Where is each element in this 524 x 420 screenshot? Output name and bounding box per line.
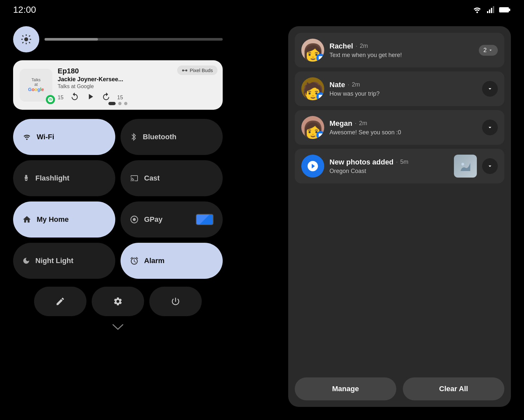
- brightness-icon: [20, 33, 32, 45]
- edit-icon: [55, 296, 65, 306]
- notif-name-nate: Nate: [329, 81, 345, 89]
- svg-rect-2: [489, 10, 490, 13]
- left-panel: Talks at Google Ep180 Jackie Joyner-Kers…: [13, 26, 223, 407]
- forward-button[interactable]: [102, 92, 111, 103]
- alarm-label: Alarm: [144, 257, 164, 265]
- settings-icon: [113, 296, 123, 306]
- svg-rect-8: [500, 8, 508, 12]
- notif-name-megan: Megan: [329, 119, 352, 128]
- message-badge-rachel: [316, 54, 324, 62]
- svg-line-17: [22, 42, 23, 43]
- toggles-grid: Wi-Fi Bluetooth Flashlight Cast: [13, 119, 223, 279]
- wifi-toggle[interactable]: Wi-Fi: [13, 119, 115, 155]
- notif-time-rachel: 2m: [360, 43, 368, 49]
- svg-point-0: [477, 11, 478, 13]
- brightness-row: [13, 26, 223, 52]
- photos-thumbnail: [454, 155, 477, 178]
- media-dot-1: [108, 102, 116, 105]
- avatar-photos: [301, 155, 324, 178]
- svg-point-19: [185, 69, 187, 71]
- notif-text-photos: Oregon Coast: [329, 168, 449, 175]
- clear-all-button[interactable]: Clear All: [403, 377, 504, 400]
- notification-megan[interactable]: Megan · 2m Awesome! See you soon :0: [295, 110, 504, 145]
- notifications-panel: Rachel · 2m Text me when you get here! 2…: [288, 26, 511, 407]
- media-card: Talks at Google Ep180 Jackie Joyner-Kers…: [13, 60, 223, 110]
- brightness-icon-btn[interactable]: [13, 26, 39, 52]
- svg-rect-3: [491, 8, 492, 13]
- forward-label: 15: [117, 95, 123, 101]
- play-button[interactable]: [86, 92, 95, 103]
- notif-time-photos: 5m: [400, 159, 408, 165]
- cast-label: Cast: [144, 174, 160, 182]
- bottom-actions: [13, 287, 223, 316]
- notif-expand-megan[interactable]: [482, 120, 498, 135]
- svg-point-27: [461, 163, 464, 165]
- flashlight-label: Flashlight: [35, 174, 69, 182]
- notif-content-nate: Nate · 2m How was your trip?: [329, 81, 477, 97]
- svg-line-14: [22, 35, 23, 36]
- media-subtitle: Talks at Google: [58, 84, 216, 89]
- avatar-megan: [301, 116, 324, 139]
- notif-count-rachel[interactable]: 2: [479, 45, 498, 56]
- flashlight-toggle[interactable]: Flashlight: [13, 160, 115, 196]
- bluetooth-label: Bluetooth: [143, 133, 177, 141]
- cast-toggle[interactable]: Cast: [121, 160, 223, 196]
- spotify-badge: [46, 95, 55, 104]
- notif-time-nate: 2m: [352, 81, 360, 88]
- power-button[interactable]: [149, 287, 202, 316]
- notification-nate[interactable]: Nate · 2m How was your trip?: [295, 71, 504, 106]
- notif-content-rachel: Rachel · 2m Text me when you get here!: [329, 42, 474, 59]
- settings-button[interactable]: [92, 287, 144, 316]
- svg-rect-23: [25, 175, 27, 177]
- flashlight-icon: [22, 174, 30, 183]
- media-dot-2: [118, 102, 122, 105]
- media-dot-3: [124, 102, 127, 105]
- avatar-rachel: [301, 39, 324, 62]
- chevron-down[interactable]: [13, 323, 223, 333]
- svg-point-18: [182, 69, 184, 71]
- svg-point-26: [133, 218, 136, 221]
- gpay-card: [196, 214, 214, 225]
- notif-name-rachel: Rachel: [329, 42, 353, 50]
- svg-line-16: [29, 35, 30, 36]
- signal-status-icon: [486, 6, 495, 14]
- media-dots: [108, 102, 127, 105]
- notification-photos[interactable]: New photos added · 5m Oregon Coast: [295, 149, 504, 183]
- gpay-icon: [130, 215, 139, 224]
- notif-content-photos: New photos added · 5m Oregon Coast: [329, 158, 449, 175]
- notif-time-megan: 2m: [359, 120, 367, 127]
- pixel-buds-label: Pixel Buds: [190, 67, 213, 73]
- message-badge-nate: [316, 92, 324, 100]
- svg-point-21: [26, 139, 28, 140]
- notif-text-rachel: Text me when you get here!: [329, 52, 474, 59]
- status-time: 12:00: [13, 5, 36, 15]
- notif-content-megan: Megan · 2m Awesome! See you soon :0: [329, 119, 477, 136]
- nightlight-toggle[interactable]: Night Light: [13, 243, 115, 279]
- manage-button[interactable]: Manage: [295, 377, 396, 400]
- svg-line-15: [29, 42, 30, 43]
- rewind-button[interactable]: [70, 92, 79, 103]
- notif-expand-nate[interactable]: [482, 81, 498, 97]
- battery-status-icon: [499, 6, 511, 14]
- alarm-toggle[interactable]: Alarm: [121, 243, 223, 279]
- wifi-status-icon: [472, 6, 482, 14]
- notif-expand-photos[interactable]: [482, 158, 498, 174]
- svg-rect-6: [509, 9, 510, 11]
- myhome-toggle[interactable]: My Home: [13, 201, 115, 238]
- home-icon: [22, 215, 31, 224]
- notif-text-megan: Awesome! See you soon :0: [329, 129, 477, 136]
- bluetooth-toggle[interactable]: Bluetooth: [121, 119, 223, 155]
- brightness-slider[interactable]: [45, 38, 223, 41]
- nightlight-label: Night Light: [35, 257, 73, 265]
- rewind-label: 15: [58, 95, 64, 101]
- notif-count-value: 2: [483, 47, 487, 54]
- notif-text-nate: How was your trip?: [329, 90, 477, 97]
- gpay-toggle[interactable]: GPay: [121, 201, 223, 238]
- wifi-label: Wi-Fi: [37, 133, 54, 141]
- notification-rachel[interactable]: Rachel · 2m Text me when you get here! 2: [295, 33, 504, 67]
- cast-icon: [130, 174, 139, 182]
- bluetooth-icon: [130, 132, 138, 142]
- myhome-label: My Home: [37, 215, 69, 224]
- message-badge-megan: [316, 131, 324, 139]
- edit-button[interactable]: [34, 287, 86, 316]
